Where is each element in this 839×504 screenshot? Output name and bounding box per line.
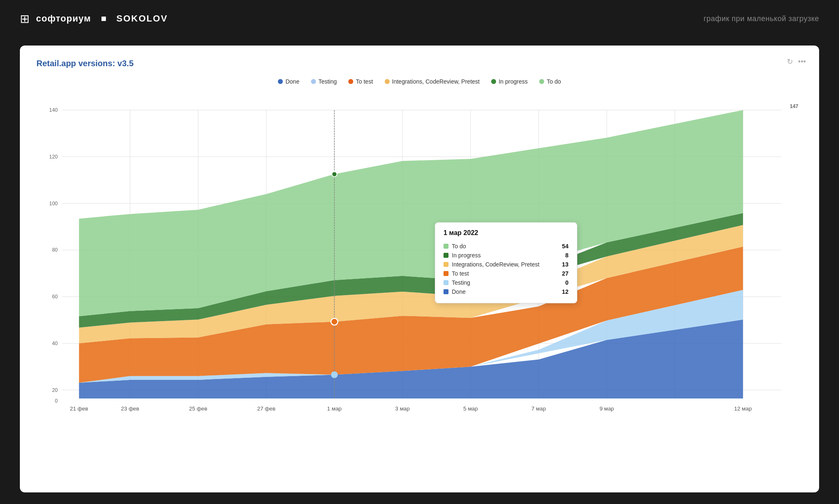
svg-text:23 фев: 23 фев [121, 406, 139, 412]
legend-label-testing: Testing [318, 78, 337, 85]
tooltip-label-inprogress: In progress [452, 252, 481, 259]
brand-separator: ■ [101, 13, 106, 24]
chart-container: Retail.app versions: v3.5 ↻ ••• Done Tes… [20, 46, 819, 492]
chart-tooltip: 1 мар 2022 To do 54 In progress 8 [435, 222, 577, 303]
header-left: ⊞ софториум ■ SOKOLOV [20, 12, 168, 26]
tooltip-color-done [444, 289, 448, 294]
legend-item-inprogress: In progress [491, 78, 528, 85]
point-todo [332, 172, 337, 177]
svg-text:140: 140 [49, 107, 58, 113]
tooltip-row-done: Done 12 [444, 287, 569, 296]
legend-label-integrations: Integrations, CodeReview, Pretest [392, 78, 480, 85]
legend-label-done: Done [285, 78, 299, 85]
svg-text:147: 147 [790, 103, 798, 109]
legend-dot-testing [311, 79, 316, 84]
tooltip-value-totest: 27 [556, 270, 569, 277]
svg-text:20: 20 [52, 387, 58, 393]
legend-item-done: Done [278, 78, 299, 85]
tooltip-label-integrations: Integrations, CodeReview, Pretest [452, 261, 540, 268]
chart-controls: ↻ ••• [787, 57, 806, 66]
legend-item-testing: Testing [311, 78, 337, 85]
tooltip-color-totest [444, 271, 448, 276]
legend-label-inprogress: In progress [499, 78, 528, 85]
legend-dot-inprogress [491, 79, 496, 84]
legend-dot-done [278, 79, 283, 84]
logo-icon: ⊞ [20, 12, 29, 26]
svg-text:21 фев: 21 фев [70, 406, 88, 412]
legend-item-integrations: Integrations, CodeReview, Pretest [385, 78, 480, 85]
chart-svg: 140 120 100 80 60 40 20 0 147 [36, 93, 803, 432]
svg-text:80: 80 [52, 247, 58, 253]
svg-text:100: 100 [49, 201, 58, 206]
tooltip-date: 1 мар 2022 [444, 229, 569, 237]
tooltip-label-totest: To test [452, 270, 469, 277]
tooltip-label-done: Done [452, 288, 465, 295]
header-subtitle: график при маленькой загрузке [704, 14, 819, 23]
svg-text:25 фев: 25 фев [189, 406, 207, 412]
brand-name: софториум [36, 13, 91, 24]
tooltip-value-done: 12 [556, 288, 569, 295]
tooltip-color-integrations [444, 262, 448, 267]
svg-text:60: 60 [52, 294, 58, 300]
more-icon[interactable]: ••• [798, 58, 806, 66]
tooltip-color-testing [444, 280, 448, 285]
tooltip-value-todo: 54 [556, 243, 569, 250]
legend-item-todo: To do [539, 78, 561, 85]
svg-text:1 мар: 1 мар [327, 406, 342, 412]
legend-label-totest: To test [356, 78, 373, 85]
tooltip-value-integrations: 13 [556, 261, 569, 268]
svg-text:0: 0 [55, 398, 58, 404]
point-testing [331, 372, 337, 377]
tooltip-row-inprogress: In progress 8 [444, 251, 569, 260]
point-totest [331, 318, 338, 325]
chart-legend: Done Testing To test Integrations, CodeR… [36, 78, 803, 85]
legend-dot-integrations [385, 79, 390, 84]
svg-text:7 мар: 7 мар [531, 406, 546, 412]
legend-dot-totest [348, 79, 353, 84]
svg-text:9 мар: 9 мар [600, 406, 614, 412]
svg-text:3 мар: 3 мар [395, 406, 410, 412]
tooltip-color-inprogress [444, 253, 448, 258]
tooltip-row-todo: To do 54 [444, 242, 569, 251]
legend-label-todo: To do [547, 78, 561, 85]
header: ⊞ софториум ■ SOKOLOV график при маленьк… [0, 0, 839, 37]
tooltip-row-testing: Testing 0 [444, 278, 569, 287]
chart-title: Retail.app versions: v3.5 [36, 59, 803, 68]
tooltip-label-todo: To do [452, 243, 466, 250]
svg-text:120: 120 [49, 154, 58, 160]
tooltip-value-testing: 0 [556, 279, 569, 286]
legend-item-totest: To test [348, 78, 373, 85]
svg-text:27 фев: 27 фев [257, 406, 275, 412]
legend-dot-todo [539, 79, 544, 84]
svg-text:12 мар: 12 мар [734, 406, 752, 412]
chart-area: 140 120 100 80 60 40 20 0 147 [36, 93, 803, 432]
tooltip-row-integrations: Integrations, CodeReview, Pretest 13 [444, 260, 569, 269]
tooltip-label-testing: Testing [452, 279, 470, 286]
brand-sub: SOKOLOV [116, 13, 168, 24]
svg-text:40: 40 [52, 341, 58, 346]
tooltip-value-inprogress: 8 [556, 252, 569, 259]
tooltip-row-totest: To test 27 [444, 269, 569, 278]
svg-text:5 мар: 5 мар [463, 406, 478, 412]
refresh-icon[interactable]: ↻ [787, 57, 793, 66]
tooltip-color-todo [444, 244, 448, 249]
